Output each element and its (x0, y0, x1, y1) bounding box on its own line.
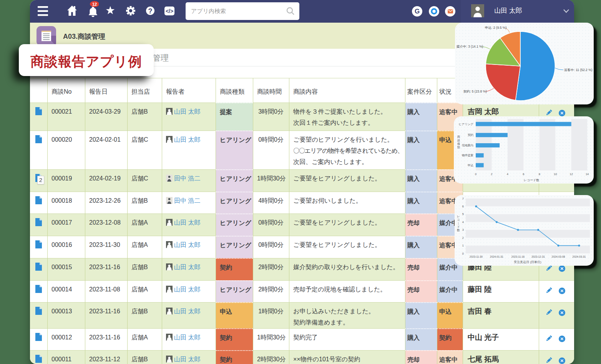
svg-text:受注見込日 (日単位): 受注見込日 (日単位) (514, 260, 541, 264)
svg-text:数: 数 (457, 228, 460, 232)
svg-text:ヒアリング: ヒアリング (459, 122, 474, 126)
svg-text:2023-11-16: 2023-11-16 (511, 255, 525, 258)
svg-text:コ: コ (457, 218, 460, 222)
svg-text:ド: ド (457, 225, 460, 228)
svg-text:現地案内: 現地案内 (462, 144, 473, 147)
svg-text:媒介中: 3 (14.1 %): 媒介中: 3 (14.1 %) (457, 45, 483, 48)
svg-text:種: 種 (457, 142, 460, 146)
svg-text:類: 類 (457, 146, 460, 149)
svg-text:2: 2 (491, 172, 492, 176)
svg-text:2023-11-30: 2023-11-30 (470, 255, 483, 258)
svg-text:2024-01-31: 2024-01-31 (490, 255, 503, 258)
svg-text:0: 0 (475, 172, 476, 176)
svg-text:商: 商 (457, 135, 460, 139)
svg-text:4: 4 (507, 172, 508, 176)
svg-text:1: 1 (462, 244, 464, 247)
svg-text:申込: 申込 (468, 164, 474, 167)
svg-text:2024-03-08: 2024-03-08 (552, 255, 565, 258)
svg-text:8: 8 (539, 172, 540, 176)
svg-text:5: 5 (462, 212, 464, 216)
svg-text:2023-12-31: 2023-12-31 (531, 255, 545, 258)
svg-text:12: 12 (92, 2, 97, 7)
svg-text:?: ? (148, 7, 153, 15)
svg-text:契約: 契約 (468, 133, 473, 137)
svg-text:4: 4 (462, 220, 464, 224)
svg-text:契約: 5 (23.8 %): 契約: 5 (23.8 %) (463, 89, 487, 93)
svg-text:14: 14 (586, 172, 589, 176)
svg-text:0: 0 (462, 252, 464, 255)
svg-text:</>: </> (166, 8, 173, 14)
svg-text:12: 12 (570, 172, 573, 176)
svg-text:談: 談 (457, 139, 460, 142)
svg-text:申込: 2 (9.5 %): 申込: 2 (9.5 %) (485, 26, 506, 30)
svg-text:10: 10 (554, 172, 557, 176)
svg-text:6: 6 (523, 172, 524, 176)
svg-text:追客中: 11 (52.2 %): 追客中: 11 (52.2 %) (564, 68, 593, 72)
svg-text:2024-03-31: 2024-03-31 (573, 255, 586, 258)
svg-text:物件提案: 物件提案 (462, 154, 473, 157)
svg-text:｜: ｜ (457, 222, 460, 225)
svg-text:3: 3 (462, 228, 464, 232)
svg-text:レ: レ (457, 215, 460, 218)
svg-text:2: 2 (462, 236, 464, 240)
svg-text:6: 6 (462, 205, 464, 208)
svg-text:7: 7 (462, 197, 464, 200)
svg-text:レコード数: レコード数 (524, 179, 540, 182)
